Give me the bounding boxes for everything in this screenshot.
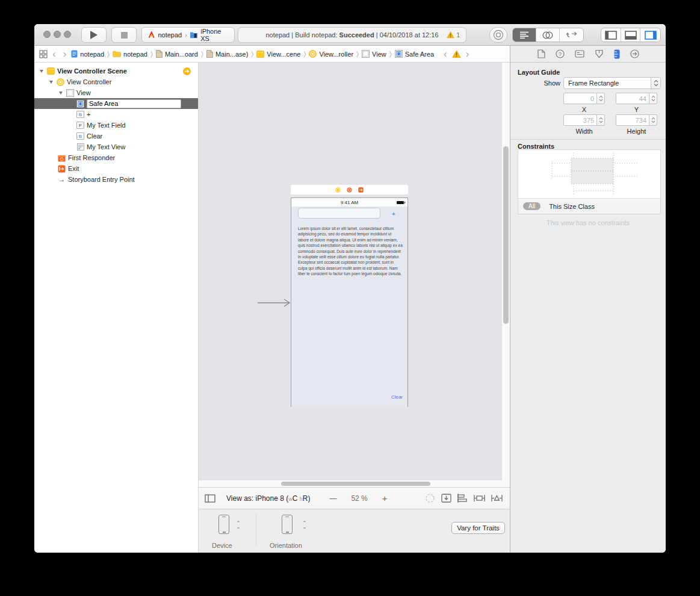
minimize-window-button[interactable] [54,31,61,38]
view-icon [66,89,74,97]
breadcrumb-project[interactable]: notepad [71,50,104,58]
breadcrumb-separator: 〉 [303,50,306,58]
toggle-navigator-panel[interactable] [601,28,621,42]
y-stepper[interactable] [649,93,657,104]
first-responder-dock-icon[interactable] [347,187,352,193]
zoom-window-button[interactable] [64,31,71,38]
editor-only-button[interactable] [489,27,507,43]
scene-icon [47,67,55,75]
outline-row-entry-point[interactable]: → Storyboard Entry Point [34,174,198,185]
vertical-scroll-thumb[interactable] [503,146,509,324]
close-window-button[interactable] [43,31,51,38]
breadcrumb-safe-area[interactable]: Safe Area [395,50,434,58]
scene-jump-badge[interactable] [183,67,191,75]
related-items-icon[interactable] [39,50,48,58]
previous-issue-button[interactable]: ‹ [441,49,450,59]
jumpbar-forward-button[interactable]: › [61,49,69,59]
view-as-control[interactable]: View as: iPhone 8 (wC hR) [226,494,310,503]
height-stepper[interactable] [649,114,657,126]
toggle-debug-panel[interactable] [621,28,641,42]
view-controller-dock-icon[interactable] [335,187,341,193]
zoom-level[interactable]: 52 % [351,494,367,503]
activity-status[interactable]: notepad | Build notepad: Succeeded | 04/… [238,27,466,43]
disclosure-triangle[interactable] [49,81,53,84]
warning-icon[interactable] [452,50,461,58]
my-text-field[interactable] [298,208,380,219]
vary-for-traits-button[interactable]: Vary for Traits [451,522,505,534]
attributes-inspector-icon[interactable] [595,49,604,58]
device-stepper[interactable]: ⌃⌄ [236,521,241,529]
this-size-class-label[interactable]: This Size Class [549,203,595,210]
assistant-editor-segment[interactable] [536,28,560,42]
horizontal-scroll-thumb[interactable] [281,482,430,486]
storyboard-entry-point-arrow[interactable] [258,299,293,307]
x-stepper[interactable] [597,93,605,104]
align-icon[interactable] [457,494,468,503]
x-field[interactable]: 0 [563,93,597,104]
version-editor-segment[interactable] [560,28,583,42]
resolve-autolayout-icon[interactable] [491,494,503,503]
breadcrumb-scene[interactable]: View...cene [256,51,300,58]
outline-row-first-responder[interactable]: 1 First Responder [34,152,198,163]
height-field[interactable]: 734 [616,114,649,126]
outline-row-text-field[interactable]: F My Text Field [34,120,198,131]
quick-help-inspector-icon[interactable]: ? [556,49,565,58]
safe-area-rename-input[interactable] [87,99,181,108]
outline-row-view[interactable]: View [34,87,198,98]
storyboard-canvas[interactable]: 9:41 AM + Lorem ipsum dolor sit er elit … [199,63,501,480]
add-button[interactable]: + [389,211,398,217]
disclosure-triangle[interactable] [40,70,43,73]
clear-button[interactable]: Clear [391,394,403,400]
outline-row-clear-button[interactable]: B Clear [34,131,198,141]
disclosure-triangle[interactable] [59,92,63,95]
outline-row-text-view[interactable]: My Text View [34,141,198,152]
size-inspector-icon[interactable] [614,49,620,59]
update-frames-icon[interactable] [425,493,435,503]
canvas-vertical-scrollbar[interactable] [501,63,510,480]
connections-inspector-icon[interactable] [630,49,639,58]
breadcrumb-view[interactable]: View [362,50,386,58]
warning-counter[interactable]: 1 [447,31,460,39]
y-field[interactable]: 44 [616,93,649,104]
scheme-selector[interactable]: notepad › iPhone XS [141,27,235,43]
stop-button[interactable] [111,27,137,43]
identity-inspector-icon[interactable] [575,50,584,58]
breadcrumb-view-controller[interactable]: View...roller [309,50,353,58]
status-bar: 9:41 AM [291,198,407,206]
outline-row-scene[interactable]: View Controller Scene [34,66,198,76]
zoom-in-button[interactable]: + [382,493,388,503]
storyboard-file-icon [206,50,213,58]
toggle-inspector-panel[interactable] [640,28,660,42]
run-button[interactable] [81,27,107,43]
show-dropdown-value: Frame Rectangle [564,79,619,87]
my-text-view[interactable]: Lorem ipsum dolor sit er elit lamet, con… [298,226,403,277]
breadcrumb-storyboard[interactable]: Main...oard [156,50,198,58]
outline-row-exit[interactable]: Exit [34,163,198,174]
outline-row-add-button[interactable]: B + [34,109,198,120]
left-panel-icon [605,31,617,40]
zoom-out-button[interactable]: — [329,494,336,503]
all-size-class-badge[interactable]: All [523,202,540,210]
canvas-horizontal-scrollbar[interactable] [199,480,510,487]
scene-dock[interactable] [291,185,408,194]
orientation-selector[interactable] [282,515,293,534]
orientation-stepper[interactable]: ⌃⌄ [302,521,307,529]
next-issue-button[interactable]: › [463,49,472,59]
standard-editor-segment[interactable] [513,28,536,42]
width-field[interactable]: 375 [563,114,597,126]
breadcrumb-group[interactable]: notepad [113,51,147,58]
outline-row-safe-area[interactable] [34,98,198,109]
toggle-outline-icon[interactable] [205,494,215,503]
breadcrumb-storyboard-base[interactable]: Main...ase) [206,50,248,58]
add-constraints-icon[interactable] [474,494,485,503]
outline-row-view-controller[interactable]: View Controller [34,76,198,87]
exit-dock-icon[interactable] [358,187,364,193]
show-dropdown[interactable]: Frame Rectangle [563,77,661,89]
view-controller-artboard[interactable]: 9:41 AM + Lorem ipsum dolor sit er elit … [291,197,408,407]
embed-in-stack-icon[interactable] [441,494,451,503]
file-inspector-icon[interactable] [537,49,545,58]
device-selector[interactable] [218,515,229,534]
warning-count: 1 [456,32,460,39]
jumpbar-back-button[interactable]: ‹ [50,49,58,59]
width-stepper[interactable] [597,114,605,126]
